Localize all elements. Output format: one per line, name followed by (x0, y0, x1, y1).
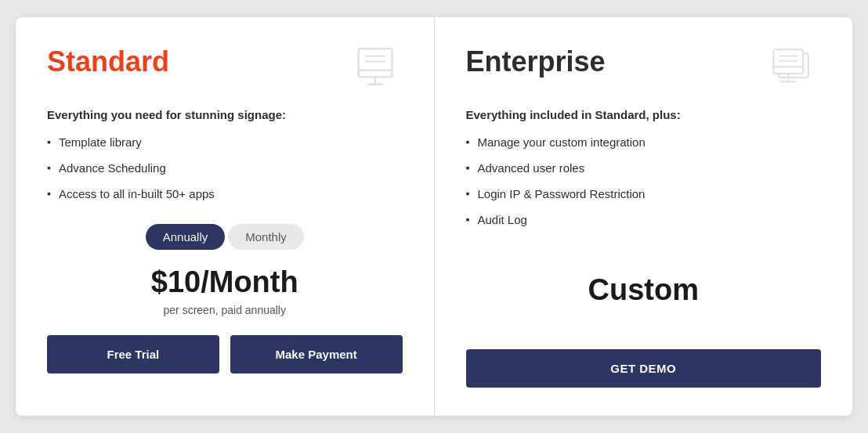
enterprise-plan-icon (766, 45, 821, 92)
list-item: Login IP & Password Restriction (466, 186, 822, 202)
price-note: per screen, paid annually (47, 304, 403, 316)
standard-action-buttons: Free Trial Make Payment (47, 335, 403, 373)
standard-plan-card: Standard Everything you need for stunnin… (16, 17, 435, 416)
list-item: Template library (47, 134, 403, 150)
free-trial-button[interactable]: Free Trial (47, 335, 219, 373)
list-item: Manage your custom integration (466, 134, 822, 150)
pricing-container: Standard Everything you need for stunnin… (16, 17, 852, 416)
list-item: Advanced user roles (466, 160, 822, 176)
annually-toggle-button[interactable]: Annually (146, 224, 226, 250)
standard-plan-subtitle: Everything you need for stunning signage… (47, 108, 403, 121)
standard-plan-icon (348, 45, 403, 92)
monthly-toggle-button[interactable]: Monthly (228, 224, 304, 250)
enterprise-features-list: Manage your custom integration Advanced … (466, 134, 822, 228)
price-amount: $10/Month (47, 265, 403, 299)
enterprise-plan-header: Enterprise (466, 45, 822, 92)
get-demo-button[interactable]: GET DEMO (466, 349, 822, 388)
custom-price-text: Custom (466, 273, 822, 307)
list-item: Advance Scheduling (47, 160, 403, 176)
enterprise-plan-title: Enterprise (466, 45, 606, 78)
standard-plan-header: Standard (47, 45, 403, 92)
standard-features-list: Template library Advance Scheduling Acce… (47, 134, 403, 202)
make-payment-button[interactable]: Make Payment (230, 335, 403, 373)
standard-plan-title: Standard (47, 45, 169, 78)
billing-toggle: Annually Monthly (47, 224, 403, 250)
enterprise-plan-subtitle: Everything included in Standard, plus: (466, 108, 822, 121)
enterprise-plan-card: Enterprise Everything included in Standa… (435, 17, 853, 416)
svg-rect-0 (358, 49, 392, 77)
price-section: $10/Month per screen, paid annually (47, 265, 403, 316)
list-item: Access to all in-built 50+ apps (47, 186, 403, 202)
list-item: Audit Log (466, 211, 822, 228)
custom-price-section: Custom (466, 250, 822, 330)
